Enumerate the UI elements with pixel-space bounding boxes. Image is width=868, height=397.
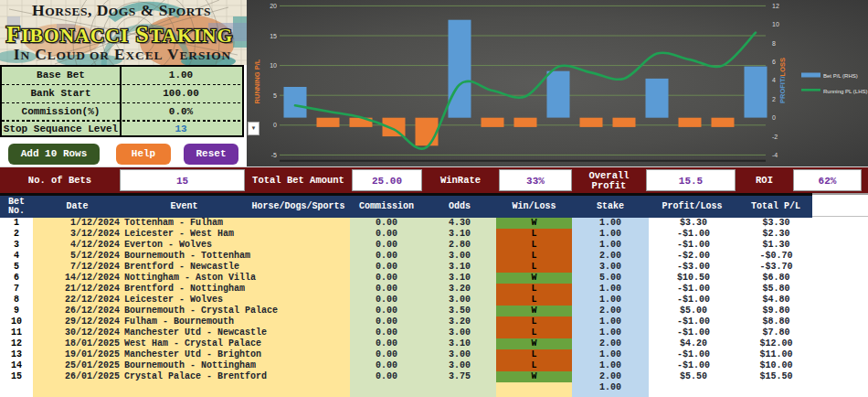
svg-text:10: 10	[270, 62, 277, 69]
svg-text:15: 15	[270, 33, 277, 39]
svg-text:10: 10	[772, 21, 779, 27]
svg-text:4: 4	[772, 77, 776, 83]
svg-text:5: 5	[273, 92, 277, 99]
svg-text:12: 12	[772, 3, 779, 9]
svg-text:0: 0	[772, 114, 776, 121]
svg-text:Bet P/L (RHS): Bet P/L (RHS)	[823, 73, 858, 79]
svg-text:6: 6	[772, 59, 776, 65]
svg-text:-2: -2	[772, 134, 778, 140]
svg-text:8: 8	[772, 40, 776, 47]
svg-text:-5: -5	[271, 152, 277, 158]
svg-text:20: 20	[270, 3, 277, 9]
svg-text:Running PL (LHS): Running PL (LHS)	[823, 89, 867, 94]
svg-text:0: 0	[273, 122, 277, 128]
svg-text:RUNNING P/L: RUNNING P/L	[253, 59, 261, 103]
svg-text:2: 2	[772, 96, 776, 102]
svg-text:-4: -4	[772, 152, 778, 158]
svg-text:PROFIT/LOSS: PROFIT/LOSS	[778, 58, 787, 103]
